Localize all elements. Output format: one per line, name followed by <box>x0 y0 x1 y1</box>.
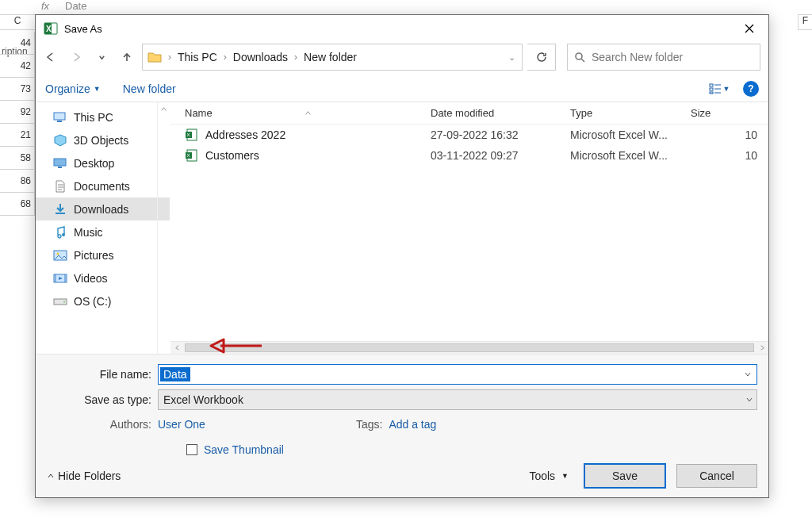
new-folder-button[interactable]: New folder <box>123 82 176 95</box>
tree-3d-objects[interactable]: 3D Objects <box>36 128 170 151</box>
hide-folders-toggle[interactable]: Hide Folders <box>47 470 121 482</box>
desktop-icon <box>53 157 67 170</box>
col-size[interactable]: Size <box>691 107 768 119</box>
row-cell[interactable]: 44 <box>0 32 35 55</box>
svg-text:X: X <box>187 153 190 158</box>
download-icon <box>53 203 67 216</box>
breadcrumb-new-folder[interactable]: New folder <box>301 49 360 65</box>
scroll-right-icon[interactable] <box>756 342 768 354</box>
chevron-down-icon: ▼ <box>723 85 730 93</box>
filename-input[interactable]: Data <box>158 364 757 385</box>
formula-value: Date <box>65 0 86 12</box>
svg-point-3 <box>576 53 582 59</box>
row-cell[interactable]: 58 <box>0 147 35 170</box>
save-button[interactable]: Save <box>584 464 665 488</box>
row-cell[interactable]: 42 <box>0 55 35 78</box>
tools-menu[interactable]: Tools ▼ <box>529 470 569 482</box>
excel-file-icon: X <box>185 149 199 162</box>
tree-videos[interactable]: Videos <box>36 266 170 289</box>
file-row[interactable]: X Addresses 2022 27-09-2022 16:32 Micros… <box>170 125 768 145</box>
svg-rect-4 <box>710 84 713 86</box>
nav-row: › This PC › Downloads › New folder ⌄ Sea… <box>36 40 768 75</box>
svg-point-16 <box>63 301 65 302</box>
nav-forward-button[interactable] <box>66 47 86 67</box>
organize-menu[interactable]: Organize▼ <box>45 82 101 95</box>
horizontal-scrollbar[interactable] <box>170 341 768 354</box>
svg-point-11 <box>62 233 65 236</box>
dialog-title: Save As <box>64 23 738 35</box>
svg-text:X: X <box>46 25 52 33</box>
tree-documents[interactable]: Documents <box>36 174 170 197</box>
chevron-down-icon <box>745 393 753 406</box>
search-placeholder: Search New folder <box>592 51 683 63</box>
chevron-right-icon[interactable]: › <box>222 52 228 63</box>
row-cell[interactable]: 92 <box>0 101 35 124</box>
column-headers[interactable]: Name Date modified Type Size <box>170 102 768 125</box>
row-cell[interactable]: 68 <box>0 193 35 216</box>
authors-value[interactable]: User One <box>158 418 205 431</box>
address-dropdown[interactable]: ⌄ <box>507 52 517 63</box>
tree-this-pc[interactable]: This PC <box>36 105 170 128</box>
search-input[interactable]: Search New folder <box>567 44 760 71</box>
col-date[interactable]: Date modified <box>431 107 570 119</box>
tree-music[interactable]: Music <box>36 220 170 243</box>
chevron-right-icon[interactable]: › <box>293 52 299 63</box>
scroll-thumb[interactable] <box>185 343 754 352</box>
file-row[interactable]: X Customers 03-11-2022 09:27 Microsoft E… <box>170 145 768 166</box>
bottom-panel: File name: Data Save as type: Excel Work… <box>36 354 768 497</box>
refresh-button[interactable] <box>527 44 556 71</box>
breadcrumb-downloads[interactable]: Downloads <box>230 49 291 65</box>
nav-back-button[interactable] <box>40 47 61 67</box>
close-button[interactable] <box>738 21 760 36</box>
disk-icon <box>53 295 67 308</box>
tree-desktop[interactable]: Desktop <box>36 151 170 174</box>
svg-rect-5 <box>710 88 713 90</box>
view-mode-button[interactable]: ▼ <box>707 80 732 98</box>
toolbar: Organize▼ New folder ▼ ? <box>36 75 768 102</box>
nav-up-button[interactable] <box>117 47 137 67</box>
col-name[interactable]: Name <box>185 107 431 119</box>
row-cell[interactable]: 73 <box>0 78 35 101</box>
excel-app-icon: X <box>44 21 58 36</box>
tags-label: Tags: <box>356 418 389 431</box>
tree-pictures[interactable]: Pictures <box>36 243 170 266</box>
help-button[interactable]: ? <box>743 81 759 97</box>
savetype-combo[interactable]: Excel Workbook <box>158 389 757 410</box>
nav-recent-dropdown[interactable] <box>91 47 112 67</box>
tree-scroll-up-icon[interactable] <box>157 102 170 115</box>
svg-rect-9 <box>54 159 66 166</box>
folder-icon <box>147 51 162 63</box>
column-header-right[interactable]: F <box>798 14 812 30</box>
tree-downloads[interactable]: Downloads <box>36 197 170 220</box>
file-list: Name Date modified Type Size X Addresses… <box>170 102 768 354</box>
tags-value[interactable]: Add a tag <box>389 418 436 431</box>
sort-asc-icon <box>304 107 312 119</box>
cancel-button[interactable]: Cancel <box>676 464 757 488</box>
svg-text:X: X <box>187 132 190 137</box>
svg-rect-10 <box>58 167 62 168</box>
row-cell[interactable]: 86 <box>0 170 35 193</box>
svg-rect-8 <box>57 121 62 122</box>
pc-icon <box>53 111 67 124</box>
col-type[interactable]: Type <box>570 107 691 119</box>
chevron-right-icon[interactable]: › <box>167 52 173 63</box>
tree-os-drive[interactable]: OS (C:) <box>36 289 170 312</box>
tree-scrollbar[interactable] <box>157 102 170 354</box>
video-icon <box>53 272 67 285</box>
svg-rect-7 <box>54 113 65 120</box>
save-thumbnail-label[interactable]: Save Thumbnail <box>204 443 284 456</box>
savetype-label: Save as type: <box>47 393 158 406</box>
save-as-dialog: X Save As › This PC › Downloads › New fo… <box>35 14 769 498</box>
column-header-c[interactable]: C <box>0 14 35 30</box>
titlebar: X Save As <box>36 15 768 40</box>
svg-point-13 <box>57 252 59 255</box>
document-icon <box>53 180 67 193</box>
save-thumbnail-checkbox[interactable] <box>186 444 197 455</box>
scroll-left-icon[interactable] <box>170 342 183 354</box>
folder-tree: This PC 3D Objects Desktop Documents Dow… <box>36 102 170 354</box>
address-bar[interactable]: › This PC › Downloads › New folder ⌄ <box>142 44 523 71</box>
breadcrumb-this-pc[interactable]: This PC <box>174 49 220 65</box>
row-cell[interactable]: 21 <box>0 124 35 147</box>
excel-file-icon: X <box>185 128 199 141</box>
filename-history-dropdown[interactable] <box>741 366 755 382</box>
